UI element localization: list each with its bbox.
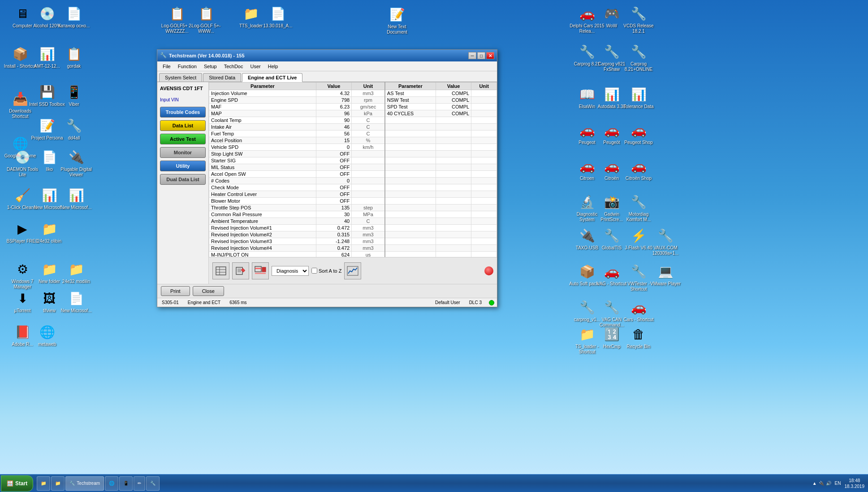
taskbar-app6[interactable]: ✏ bbox=[134, 476, 145, 491]
taskbar-explorer[interactable]: 📁 bbox=[37, 476, 50, 491]
maximize-button[interactable]: □ bbox=[477, 52, 485, 59]
diagnosis-dropdown[interactable]: Diagnosis bbox=[272, 266, 309, 276]
icon-img-recycle-bin: 🗑 bbox=[630, 325, 648, 343]
value1-cell: 4.32 bbox=[316, 90, 351, 97]
taskbar-viber[interactable]: 📱 bbox=[119, 476, 133, 491]
param1-cell: MIL Status bbox=[209, 164, 316, 171]
unit2-cell bbox=[471, 191, 497, 198]
icon-img-elsawin: 📖 bbox=[578, 85, 596, 103]
taskbar-clock[interactable]: 18:48 18.3.2019 bbox=[845, 478, 865, 489]
desktop-icon-metaweb[interactable]: 🌐 metaweb bbox=[29, 323, 65, 347]
minimize-button[interactable]: ─ bbox=[468, 52, 476, 59]
taskbar-techstream[interactable]: 🔧 Techstream bbox=[65, 476, 104, 491]
data-table-wrapper[interactable]: Parameter Value Unit Parameter Value Uni… bbox=[209, 82, 497, 257]
icon-img-globaltis: 🔧 bbox=[603, 226, 621, 244]
value2-cell bbox=[436, 157, 471, 164]
toolbar-graph-icon[interactable] bbox=[344, 262, 361, 279]
value1-cell: 0 bbox=[316, 144, 351, 151]
value1-cell: OFF bbox=[316, 157, 351, 164]
desktop-icon-folder2[interactable]: 📁 24e32 modilin bbox=[58, 260, 94, 284]
monitor-button[interactable]: Monitor bbox=[160, 147, 206, 158]
tray-volume[interactable]: 🔊 bbox=[826, 481, 831, 486]
icon-img-taxo-usb: 🔌 bbox=[578, 226, 596, 244]
icon-img-folder2: 📁 bbox=[67, 260, 85, 278]
icon-img-hexcmp: 🔢 bbox=[603, 325, 621, 343]
table-row: Accel Position 15 % bbox=[209, 137, 497, 144]
taskbar-explorer2[interactable]: 📁 bbox=[51, 476, 65, 491]
desktop-icon-citroen3[interactable]: 🚗 Citroën Shop bbox=[621, 157, 656, 181]
icon-img-vag-short: 🚗 bbox=[603, 262, 621, 280]
icon-img-computer: 🖥 bbox=[13, 4, 31, 22]
icon-img-new-ms3: 📄 bbox=[67, 289, 85, 307]
menu-techdoc[interactable]: TechDoc bbox=[220, 63, 247, 70]
desktop-icon-motordiag[interactable]: 🔧 Motordiag Komfort M... bbox=[621, 193, 656, 222]
taskbar-app7[interactable]: 🔧 bbox=[146, 476, 160, 491]
menu-file[interactable]: File bbox=[159, 63, 174, 70]
toolbar-edit-icon[interactable] bbox=[232, 262, 249, 279]
desktop-icon-log-golf5b[interactable]: 📋 Log-GOLF 5+-WWW... bbox=[188, 4, 224, 34]
icon-img-intel-ssd: 💾 bbox=[38, 83, 56, 101]
unit1-cell: MPa bbox=[352, 211, 385, 218]
unit2-cell bbox=[471, 124, 497, 131]
utility-button[interactable]: Utility bbox=[160, 161, 206, 171]
desktop-icon-viber[interactable]: 📱 Viber bbox=[56, 83, 92, 107]
taskbar-chrome[interactable]: 🌐 bbox=[105, 476, 118, 491]
value1-cell: OFF bbox=[316, 171, 351, 178]
data-list-button[interactable]: Data List bbox=[160, 120, 206, 131]
desktop-icon-cars-shortcut[interactable]: 🚗 Cars - Shortcut bbox=[621, 298, 656, 322]
record-indicator bbox=[484, 266, 493, 275]
toolbar-table-icon[interactable] bbox=[212, 262, 229, 279]
unit2-cell bbox=[471, 137, 497, 144]
value2-cell bbox=[436, 238, 471, 245]
param2-cell bbox=[385, 157, 436, 164]
tray-arrow[interactable]: ▲ bbox=[812, 481, 817, 486]
toolbar-highlight-icon[interactable] bbox=[252, 262, 269, 279]
start-button[interactable]: 🪟 Start bbox=[1, 475, 33, 492]
menu-function[interactable]: Function bbox=[174, 63, 200, 70]
unit1-cell: C bbox=[352, 124, 385, 131]
table-row: Revised Injection Volume#2 0.315 mm3 bbox=[209, 231, 497, 238]
desktop-icon-tolerance[interactable]: 📊 Tolerance Data bbox=[621, 85, 656, 109]
icon-img-gadwin: 📸 bbox=[603, 193, 621, 211]
desktop-icon-vcds[interactable]: 🔧 VCDS Release 18.2.1 bbox=[621, 4, 656, 34]
sort-checkbox[interactable] bbox=[311, 268, 317, 274]
desktop-icon-peugeot-shop[interactable]: 🚗 Peugeot Shop bbox=[621, 121, 656, 145]
desktop-icon-plugable[interactable]: 🔌 Plugable Digital Viewer bbox=[58, 148, 94, 178]
desktop-icon-carprog-online[interactable]: 🔧 Carprog 8.21+ONLINE bbox=[621, 43, 656, 72]
active-test-button[interactable]: Active Test bbox=[160, 134, 206, 144]
desktop-icon-folder24[interactable]: 📁 24e32 olibin bbox=[31, 220, 67, 244]
desktop-icon-vaux-com[interactable]: 🔧 VAUX-COM 120309a+1... bbox=[648, 226, 683, 256]
trouble-codes-button[interactable]: Trouble Codes bbox=[160, 107, 206, 118]
desktop-icon-new-ms3[interactable]: 📄 New Microsof... bbox=[58, 289, 94, 313]
icon-label-tifview: tifview bbox=[43, 308, 56, 313]
icon-img-carprog821: 🔧 bbox=[578, 43, 596, 61]
close-window-button[interactable]: ✕ bbox=[486, 52, 494, 59]
desktop-icon-file1330[interactable]: 📄 13.30.018_A... bbox=[260, 4, 296, 29]
menu-user[interactable]: User bbox=[246, 63, 264, 70]
unit1-cell bbox=[352, 151, 385, 157]
tab-engine-ect-live[interactable]: Engine and ECT Live bbox=[242, 73, 302, 82]
tab-system-select[interactable]: System Select bbox=[159, 73, 202, 82]
icon-label-vcds: VCDS Release 18.2.1 bbox=[621, 23, 656, 34]
icon-label-peugeot-shop: Peugeot Shop bbox=[624, 140, 652, 145]
close-button[interactable]: Close bbox=[193, 286, 224, 296]
desktop-icon-new-ms2[interactable]: 📊 New Microsof... bbox=[58, 186, 94, 210]
tab-stored-data[interactable]: Stored Data bbox=[203, 73, 241, 82]
value2-cell bbox=[436, 218, 471, 225]
value1-cell: OFF bbox=[316, 184, 351, 191]
desktop-icon-recycle-bin[interactable]: 🗑 Recycle Bin bbox=[621, 325, 656, 349]
value2-cell bbox=[436, 164, 471, 171]
desktop-icon-vmware[interactable]: 💻 VMware Player bbox=[648, 262, 683, 287]
menu-setup[interactable]: Setup bbox=[200, 63, 220, 70]
icon-label-carprog-online: Carprog 8.21+ONLINE bbox=[621, 61, 656, 72]
icon-label-new-ms3: New Microsof... bbox=[61, 308, 92, 313]
menu-help[interactable]: Help bbox=[264, 63, 282, 70]
desktop-icon-gordak[interactable]: 📋 gordak bbox=[56, 45, 92, 69]
icon-img-click-cleaner: 🧹 bbox=[13, 186, 31, 204]
desktop-icon-dd4all[interactable]: 🔧 dd4all bbox=[56, 117, 92, 141]
print-button[interactable]: Print bbox=[161, 286, 190, 296]
desktop-icon-katanor[interactable]: 📄 Катанор осно... bbox=[56, 4, 92, 29]
desktop-icon-new-text-doc[interactable]: 📝 New Text Document bbox=[379, 5, 415, 35]
title-bar: 🔧 Techstream (Ver 14.00.018) - 155 ─ □ ✕ bbox=[157, 50, 497, 61]
dual-data-list-button[interactable]: Dual Data List bbox=[160, 174, 206, 185]
